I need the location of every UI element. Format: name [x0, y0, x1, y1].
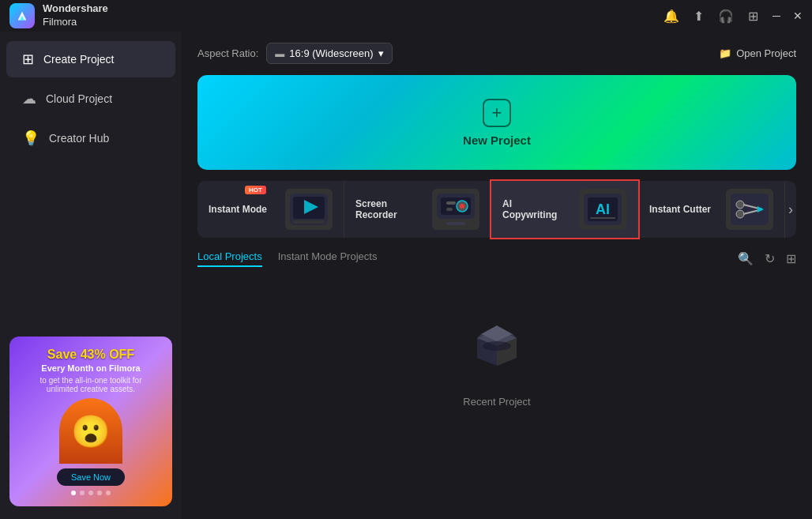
empty-label: Recent Project — [463, 396, 530, 408]
ad-save-button[interactable]: Save Now — [57, 468, 125, 486]
empty-state: Recent Project — [197, 278, 796, 436]
sidebar-item-label-create-project: Create Project — [43, 53, 114, 66]
ad-sub-text: to get the all-in-one toolkit forunlimit… — [40, 376, 142, 393]
svg-point-9 — [460, 204, 464, 209]
sidebar-item-label-cloud-project: Cloud Project — [46, 92, 112, 105]
search-icon[interactable]: 🔍 — [738, 251, 754, 266]
svg-rect-13 — [446, 222, 465, 225]
feature-card-instant-mode[interactable]: Instant Mode HOT — [197, 181, 344, 238]
headset-icon[interactable]: 🎧 — [718, 9, 734, 24]
ad-carousel-dots — [71, 491, 111, 495]
ad-save-text: Save 43% OFF — [47, 348, 134, 362]
app-name: Wondershare Filmora — [43, 2, 108, 29]
grid-view-icon[interactable]: ⊞ — [786, 251, 796, 266]
instant-cutter-title: Instant Cutter — [649, 204, 711, 215]
svg-point-29 — [483, 341, 511, 351]
svg-point-20 — [736, 210, 744, 218]
svg-rect-11 — [446, 208, 453, 211]
open-project-button[interactable]: 📁 Open Project — [719, 47, 796, 59]
chevron-right-icon: › — [788, 201, 793, 218]
tabs-left: Local Projects Instant Mode Projects — [197, 250, 377, 267]
content-area: Aspect Ratio: ▬ 16:9 (Widescreen) ▾ 📁 Op… — [182, 32, 812, 519]
app-logo — [9, 3, 35, 28]
titlebar: Wondershare Filmora 🔔 ⬆ 🎧 ⊞ ─ ✕ — [0, 0, 812, 32]
feature-row: Instant Mode HOT Screen Recorder — [197, 181, 796, 238]
create-project-icon: ⊞ — [22, 51, 34, 68]
tab-local-projects[interactable]: Local Projects — [197, 250, 262, 267]
sidebar-item-cloud-project[interactable]: ☁ Cloud Project — [6, 81, 175, 117]
sidebar: ⊞ Create Project ☁ Cloud Project 💡 Creat… — [0, 32, 182, 519]
sidebar-item-create-project[interactable]: ⊞ Create Project — [6, 41, 175, 77]
hot-badge: HOT — [245, 186, 266, 194]
dot-3 — [88, 491, 93, 495]
refresh-icon[interactable]: ↻ — [765, 251, 775, 266]
ad-banner: Save 43% OFF Every Month on Filmora to g… — [9, 337, 172, 506]
notification-icon[interactable]: 🔔 — [664, 9, 679, 24]
svg-point-19 — [736, 201, 744, 209]
tabs-row: Local Projects Instant Mode Projects 🔍 ↻… — [197, 250, 796, 267]
feature-row-next-button[interactable]: › — [785, 181, 796, 238]
screen-recorder-title: Screen Recorder — [355, 198, 419, 220]
ad-person-image — [59, 398, 122, 464]
tabs-right: 🔍 ↻ ⊞ — [738, 251, 796, 266]
minimize-button[interactable]: ─ — [773, 9, 780, 22]
main-layout: ⊞ Create Project ☁ Cloud Project 💡 Creat… — [0, 32, 812, 519]
sidebar-item-label-creator-hub: Creator Hub — [49, 132, 109, 145]
aspect-label: Aspect Ratio: — [197, 47, 258, 59]
new-project-label: New Project — [463, 134, 531, 147]
sidebar-item-creator-hub[interactable]: 💡 Creator Hub — [6, 120, 175, 156]
instant-cutter-image — [726, 189, 773, 230]
tab-instant-mode-projects[interactable]: Instant Mode Projects — [278, 250, 378, 267]
svg-rect-5 — [293, 220, 325, 224]
open-project-label: Open Project — [736, 47, 796, 59]
new-project-plus-icon: + — [483, 99, 511, 127]
ad-body-text: Every Month on Filmora — [41, 363, 140, 373]
creator-hub-icon: 💡 — [22, 130, 39, 147]
window-controls: ─ ✕ — [773, 9, 803, 22]
ai-copywriting-image: AI — [579, 189, 626, 230]
feature-card-ai-copywriting[interactable]: AI Copywriting AI — [491, 181, 638, 238]
titlebar-right: 🔔 ⬆ 🎧 ⊞ ─ ✕ — [664, 9, 803, 24]
svg-rect-17 — [590, 217, 615, 219]
ai-copywriting-title: AI Copywriting — [502, 198, 566, 220]
titlebar-left: Wondershare Filmora — [9, 2, 108, 29]
aspect-section: Aspect Ratio: ▬ 16:9 (Widescreen) ▾ — [197, 43, 393, 64]
empty-box-icon — [461, 307, 532, 385]
dot-4 — [97, 491, 102, 495]
grid-icon[interactable]: ⊞ — [748, 9, 758, 24]
dot-1 — [71, 491, 76, 495]
aspect-value: 16:9 (Widescreen) — [289, 47, 373, 59]
svg-rect-10 — [446, 201, 456, 205]
dot-2 — [80, 491, 85, 495]
screen-recorder-image — [432, 189, 479, 230]
instant-mode-image — [285, 189, 333, 230]
dot-5 — [106, 491, 111, 495]
cloud-project-icon: ☁ — [22, 90, 36, 107]
feature-card-instant-cutter[interactable]: Instant Cutter — [638, 181, 785, 238]
folder-icon: 📁 — [719, 47, 731, 59]
aspect-select[interactable]: ▬ 16:9 (Widescreen) ▾ — [266, 43, 392, 64]
new-project-card[interactable]: + New Project — [197, 75, 796, 170]
svg-rect-12 — [449, 219, 462, 222]
download-icon[interactable]: ⬆ — [694, 9, 704, 24]
svg-text:AI: AI — [596, 201, 610, 217]
instant-mode-title: Instant Mode — [209, 204, 267, 215]
close-button[interactable]: ✕ — [793, 9, 803, 22]
chevron-down-icon: ▾ — [378, 47, 384, 59]
toolbar: Aspect Ratio: ▬ 16:9 (Widescreen) ▾ 📁 Op… — [197, 43, 796, 64]
aspect-ratio-icon: ▬ — [275, 48, 284, 59]
feature-card-screen-recorder[interactable]: Screen Recorder — [344, 181, 491, 238]
